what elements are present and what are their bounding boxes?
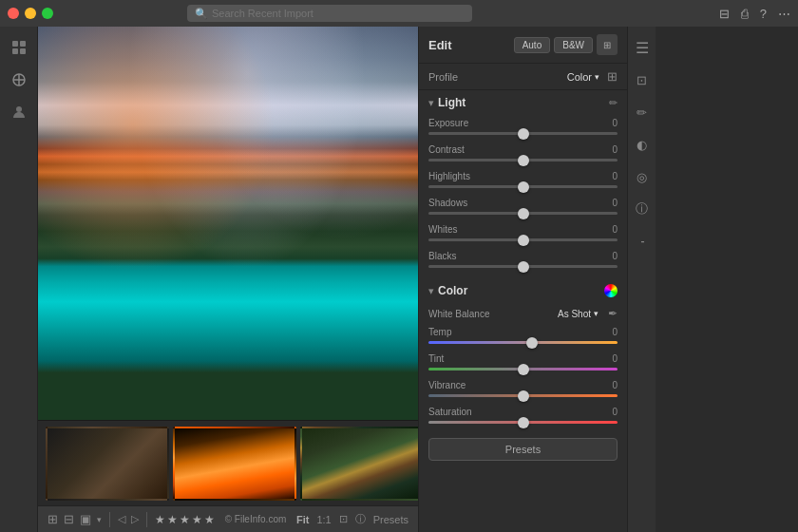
blacks-value: 0 [612,251,618,261]
collapse-arrow-light: ▾ [428,97,434,109]
contrast-track[interactable] [428,159,618,162]
grid-toggle-button[interactable]: ⊞ [597,34,618,55]
profile-dropdown-icon: ▾ [595,72,599,82]
more-icon[interactable]: ⋯ [778,7,790,21]
info-panel-icon[interactable]: ⓘ [629,196,656,222]
shadows-track[interactable] [428,212,618,215]
light-edit-icon[interactable]: ✏ [609,97,618,109]
share-icon[interactable]: ⎙ [741,7,749,21]
profile-value[interactable]: Color ▾ [567,71,599,83]
more-panel-icon[interactable]: ··· [629,228,656,255]
develop-icon[interactable] [6,66,32,93]
thumbnail-2[interactable] [173,427,296,501]
contrast-label: Contrast [428,144,465,155]
bw-button[interactable]: B&W [554,37,593,53]
crop-icon-bottom[interactable]: ⊡ [339,513,348,525]
auto-button[interactable]: Auto [514,37,551,53]
svg-rect-3 [20,48,26,54]
shadows-value: 0 [612,198,618,208]
fit-label[interactable]: Fit [296,514,309,525]
color-circle-icon[interactable] [604,284,618,297]
whites-thumb[interactable] [518,235,529,246]
star-3[interactable]: ★ [180,513,190,526]
profile-grid-icon[interactable]: ⊞ [607,69,618,84]
blacks-slider-row: Blacks0 [419,248,627,275]
presets-label[interactable]: Presets [373,514,408,525]
fullscreen-button[interactable] [42,8,53,19]
star-4[interactable]: ★ [192,513,202,526]
saturation-value: 0 [612,407,618,417]
vibrance-thumb[interactable] [518,390,529,402]
tint-label: Tint [428,353,444,364]
svg-rect-1 [20,41,26,47]
exposure-track[interactable] [428,132,618,135]
rating-stars[interactable]: ★ ★ ★ ★ ★ [155,513,215,526]
people-icon[interactable] [6,99,32,125]
close-button[interactable] [8,8,19,19]
saturation-track[interactable] [428,421,618,424]
copyright: © FileInfo.com [225,514,287,524]
vibrance-slider-row: Vibrance0 [419,377,627,404]
vibrance-value: 0 [612,380,618,390]
brush-panel-icon[interactable]: ✏ [629,99,656,125]
settings-panel-icon[interactable]: ☰ [629,34,656,61]
tint-thumb[interactable] [518,364,529,375]
main-area: ⊞ ⊟ ▣ ▾ ◁ ▷ ★ ★ ★ ★ ★ © FileInfo.com [0,27,798,532]
presets-button[interactable]: Presets [428,438,618,461]
shadows-thumb[interactable] [518,208,529,219]
search-bar[interactable]: 🔍 [187,5,472,22]
prev-icon[interactable]: ◁ [118,513,125,525]
svg-rect-0 [12,41,18,47]
wb-dropdown-icon: ▾ [594,309,598,318]
tint-track[interactable] [428,368,618,370]
shadows-slider-row: Shadows0 [419,195,627,221]
contrast-value: 0 [612,144,618,155]
contrast-thumb[interactable] [518,155,529,166]
star-5[interactable]: ★ [204,513,215,526]
whites-track[interactable] [428,238,618,241]
zoom-label[interactable]: 1:1 [316,514,331,525]
wb-value[interactable]: As Shot ▾ [558,309,598,319]
grid-view-icon[interactable]: ⊞ [48,512,58,526]
gradient-panel-icon[interactable]: ◐ [629,131,656,158]
view-options-icon[interactable]: ▾ [97,515,102,524]
blacks-thumb[interactable] [518,261,529,273]
light-section-header[interactable]: ▾ Light ✏ [419,90,627,115]
minimize-button[interactable] [25,8,36,19]
main-photo [38,27,418,420]
thumbnail-strip [38,420,418,505]
library-icon[interactable] [6,34,32,61]
exposure-thumb[interactable] [518,128,529,140]
vibrance-label: Vibrance [428,380,466,390]
temp-track[interactable] [428,341,618,344]
saturation-thumb[interactable] [518,417,529,428]
color-section-header[interactable]: ▾ Color [419,278,627,303]
crop-panel-icon[interactable]: ⊡ [629,66,656,93]
thumbnail-3[interactable] [300,427,418,501]
temp-thumb[interactable] [526,337,538,349]
star-1[interactable]: ★ [155,513,165,526]
bottom-icons: ⊞ ⊟ ▣ ▾ [48,512,102,526]
highlights-thumb[interactable] [518,181,529,193]
info-icon[interactable]: ? [760,7,767,21]
star-2[interactable]: ★ [167,513,178,526]
single-view-icon[interactable]: ▣ [80,512,91,526]
right-panel: Edit Auto B&W ⊞ Profile Color ▾ ⊞ [418,27,627,532]
eyedropper-icon[interactable]: ✒ [608,307,618,320]
heal-panel-icon[interactable]: ◎ [629,163,656,190]
next-icon[interactable]: ▷ [131,513,139,525]
info-icon-bottom[interactable]: ⓘ [355,512,366,526]
search-input[interactable] [212,8,465,19]
temp-value: 0 [612,327,618,337]
saturation-label: Saturation [428,407,472,417]
filter-icon[interactable]: ⊟ [719,7,730,21]
edit-buttons: Auto B&W [514,37,593,53]
highlights-track[interactable] [428,185,618,188]
whites-label: Whites [428,224,458,235]
exposure-label-row: Exposure 0 [428,118,618,128]
thumbnail-1[interactable] [46,427,169,501]
vibrance-track[interactable] [428,394,618,397]
highlights-label: Highlights [428,171,470,181]
blacks-track[interactable] [428,265,618,268]
thumbnail-view-icon[interactable]: ⊟ [64,512,74,526]
